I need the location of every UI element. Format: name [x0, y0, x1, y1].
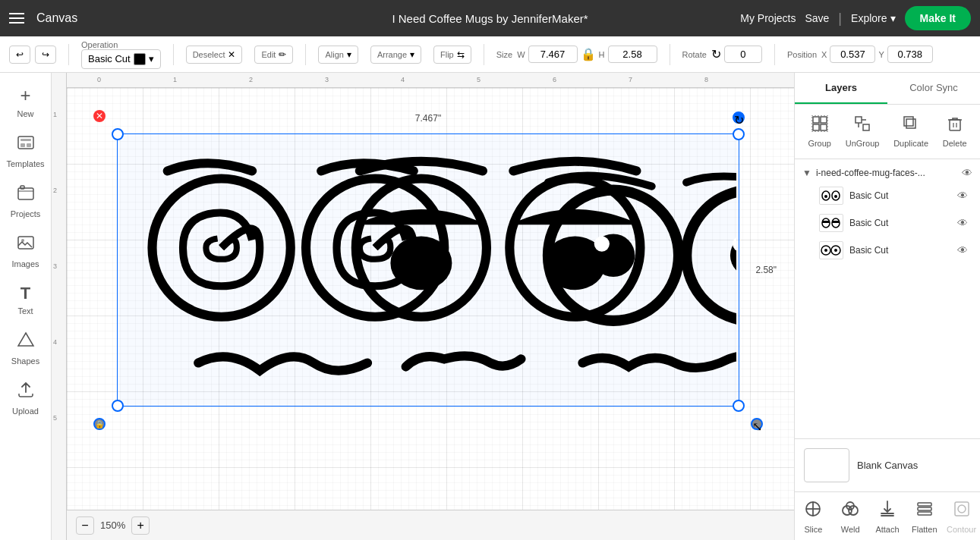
- sidebar-item-templates[interactable]: Templates: [3, 127, 49, 174]
- my-projects-link[interactable]: My Projects: [740, 12, 796, 24]
- make-it-button[interactable]: Make It: [905, 6, 971, 30]
- rotate-icon: ↻: [711, 47, 721, 61]
- app-title: Canvas: [36, 11, 77, 25]
- x-input[interactable]: [830, 46, 875, 63]
- layer-name-3: Basic Cut: [849, 245, 951, 256]
- operation-group: Operation Basic Cut ▾: [81, 40, 161, 69]
- svg-rect-23: [821, 117, 827, 123]
- layer-visibility-1[interactable]: 👁: [957, 190, 968, 202]
- tab-color-sync[interactable]: Color Sync: [887, 73, 980, 104]
- zoom-out-button[interactable]: −: [76, 516, 94, 535]
- width-input[interactable]: [528, 46, 578, 63]
- height-input[interactable]: [608, 46, 657, 63]
- arrange-button[interactable]: Arrange ▾: [370, 46, 421, 64]
- blank-canvas-section: Blank Canvas: [795, 438, 980, 491]
- delete-button[interactable]: Delete: [937, 112, 973, 151]
- svg-rect-5: [20, 186, 24, 189]
- canvas-area[interactable]: 0 1 2 3 4 5 6 7 8 1 2 3 4 5 7.467" 2.58": [52, 73, 794, 540]
- edit-icon: ✏: [279, 49, 286, 60]
- scale-handle[interactable]: ⤡: [751, 418, 763, 430]
- duplicate-button[interactable]: Duplicate: [887, 112, 934, 151]
- blank-canvas-label: Blank Canvas: [857, 460, 918, 471]
- group-label: Group: [808, 139, 831, 148]
- sidebar-item-images[interactable]: Images: [3, 228, 49, 275]
- zoom-level: 150%: [100, 520, 125, 531]
- flatten-button[interactable]: Flatten: [906, 492, 943, 540]
- arrange-icon: ▾: [410, 49, 414, 60]
- explore-button[interactable]: Explore ▾: [851, 12, 895, 24]
- attach-icon: [878, 500, 896, 522]
- y-input[interactable]: [887, 46, 933, 63]
- color-swatch[interactable]: [134, 53, 146, 65]
- canvas-grid: 7.467" 2.58" ✕ ↻ 🔒 ⤡: [67, 88, 794, 510]
- flatten-icon: [915, 500, 934, 522]
- layer-visibility-3[interactable]: 👁: [957, 244, 968, 256]
- ruler-left: 1 2 3 4 5: [52, 73, 67, 540]
- svg-point-47: [824, 249, 827, 252]
- slice-button[interactable]: Slice: [795, 492, 832, 540]
- navbar: Canvas I Need Coffee Mugs by JenniferMak…: [0, 0, 980, 36]
- flip-button[interactable]: Flip ⇆: [433, 46, 471, 64]
- ungroup-label: UnGroup: [846, 139, 880, 148]
- rotate-input[interactable]: [724, 46, 762, 63]
- panel-actions: Group UnGroup Duplicate Delete: [795, 105, 980, 159]
- close-handle[interactable]: ✕: [93, 110, 106, 122]
- weld-icon: [841, 500, 859, 522]
- slice-icon: [804, 500, 822, 522]
- operation-select[interactable]: Basic Cut ▾: [81, 49, 161, 69]
- redo-button[interactable]: ↪: [35, 46, 56, 64]
- save-link[interactable]: Save: [805, 12, 829, 24]
- layer-group: ▼ i-need-coffee-mug-faces-... 👁 B: [795, 159, 980, 268]
- deselect-button[interactable]: Deselect ✕: [186, 46, 243, 64]
- svg-rect-25: [821, 124, 827, 130]
- svg-rect-57: [918, 512, 931, 515]
- layer-visibility-2[interactable]: 👁: [957, 217, 968, 229]
- divider-4: [484, 44, 484, 65]
- weld-button[interactable]: Weld: [832, 492, 869, 540]
- canvas-bottom: − 150% +: [67, 510, 794, 540]
- group-visibility-toggle[interactable]: 👁: [962, 167, 972, 179]
- attach-button[interactable]: Attach: [869, 492, 906, 540]
- position-group: Position X Y: [787, 46, 933, 63]
- rotate-group: Rotate ↻: [682, 46, 762, 63]
- edit-button[interactable]: Edit ✏: [254, 46, 293, 64]
- undo-button[interactable]: ↩: [9, 46, 30, 64]
- divider-5: [670, 44, 670, 65]
- lock-handle[interactable]: 🔒: [93, 418, 106, 430]
- chevron-icon: ▾: [149, 53, 154, 64]
- align-button[interactable]: Align ▾: [318, 46, 358, 64]
- shapes-icon: [17, 331, 35, 353]
- svg-point-39: [824, 195, 827, 198]
- layers-section: ▼ i-need-coffee-mug-faces-... 👁 B: [795, 159, 980, 438]
- layer-group-header[interactable]: ▼ i-need-coffee-mug-faces-... 👁: [801, 164, 974, 182]
- selection-box[interactable]: 7.467" 2.58" ✕ ↻ 🔒 ⤡: [117, 133, 739, 407]
- sidebar-item-label-shapes: Shapes: [11, 356, 39, 366]
- divider-2: [173, 44, 174, 65]
- size-input-group: W 🔒 H: [517, 46, 657, 63]
- svg-rect-28: [863, 124, 869, 130]
- rotate-input-group: ↻: [711, 46, 762, 63]
- projects-icon: [17, 184, 35, 206]
- contour-button[interactable]: Contour: [943, 492, 980, 540]
- svg-point-18: [594, 236, 610, 251]
- layer-item-1[interactable]: Basic Cut 👁: [801, 182, 974, 209]
- ungroup-button[interactable]: UnGroup: [840, 112, 886, 151]
- sidebar-item-projects[interactable]: Projects: [3, 177, 49, 224]
- sidebar-item-text[interactable]: T Text: [3, 278, 49, 322]
- svg-rect-24: [813, 124, 819, 130]
- delete-icon: [947, 115, 963, 136]
- layer-item-3[interactable]: Basic Cut 👁: [801, 237, 974, 264]
- tab-layers[interactable]: Layers: [795, 73, 887, 104]
- svg-point-12: [390, 236, 452, 290]
- group-button[interactable]: Group: [802, 112, 837, 151]
- layer-item-2[interactable]: Basic Cut 👁: [801, 209, 974, 237]
- sidebar-item-new[interactable]: + New: [3, 79, 49, 124]
- sidebar-item-upload[interactable]: Upload: [3, 375, 49, 422]
- hamburger-menu[interactable]: [9, 13, 24, 24]
- zoom-in-button[interactable]: +: [131, 516, 150, 535]
- rotate-handle[interactable]: ↻: [733, 111, 745, 124]
- divider-3: [305, 44, 306, 65]
- svg-rect-26: [811, 115, 828, 132]
- svg-rect-27: [856, 117, 862, 123]
- sidebar-item-shapes[interactable]: Shapes: [3, 325, 49, 372]
